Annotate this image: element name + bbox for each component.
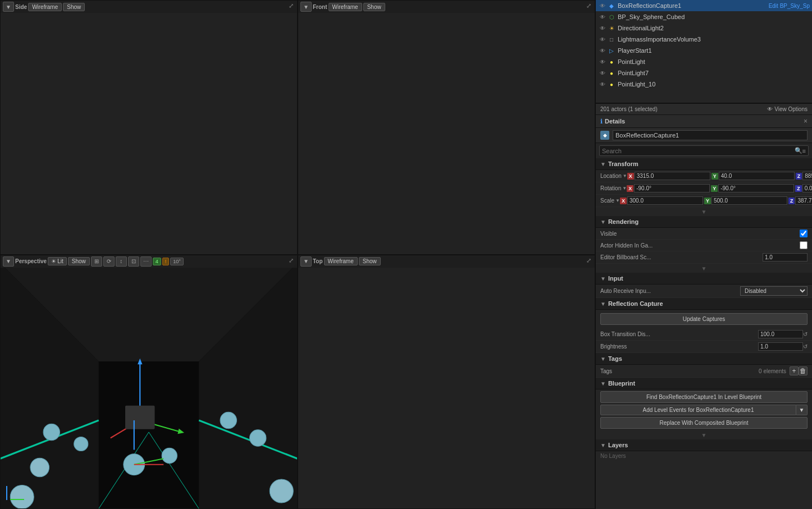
details-close-btn[interactable]: × [804,117,808,125]
replace-blueprint-btn[interactable]: Replace With Composited Blueprint [600,417,808,429]
side-max-icon[interactable]: ⤢ [289,2,294,9]
actor-hidden-checkbox[interactable] [800,241,808,249]
persp-max-icon[interactable]: ⤢ [289,257,294,264]
outliner-item-pointlight[interactable]: 👁 ● PointLight [596,56,812,67]
front-max-icon[interactable]: ⤢ [586,2,591,9]
side-viewport-toggle[interactable]: ▼ [3,2,14,12]
eye-icon-6[interactable]: 👁 [598,68,607,77]
editor-billboard-input[interactable] [763,253,808,262]
persp-layout-btn[interactable]: ⊡ [128,256,139,267]
auto-receive-select[interactable]: Disabled [740,286,808,296]
top-wireframe-btn[interactable]: Wireframe [324,257,358,265]
persp-snap2-btn[interactable]: ↕ [116,256,127,267]
persp-show-btn[interactable]: Show [68,257,90,265]
eye-icon-3[interactable]: 👁 [598,35,607,44]
view-options-btn[interactable]: 👁 View Options [767,106,808,112]
persp-lit-btn[interactable]: ☀ Lit [48,257,67,265]
location-y-label: Y [711,173,718,180]
viewport-perspective[interactable]: ▼ Perspective ☀ Lit Show ⊞ ⟳ ↕ ⊡ ⋯ 4 ! 1… [0,255,298,510]
rotation-x-input[interactable] [634,184,710,192]
box-transition-reset[interactable]: ↺ [803,331,808,337]
side-label: Side [15,4,27,10]
side-minimize[interactable]: ⤢ [289,2,294,10]
front-minimize[interactable]: ⤢ [586,2,591,10]
auto-receive-row: Auto Receive Inpu... Disabled [596,285,812,298]
layers-section-header[interactable]: ▼ Layers [596,439,812,451]
eye-icon-8[interactable]: 👁 [598,91,607,91]
outliner-item-pointlight10[interactable]: 👁 ● PointLight_10 [596,79,812,90]
side-wireframe-btn[interactable]: Wireframe [28,3,62,11]
side-show-btn[interactable]: Show [63,3,85,11]
outliner-item-directional[interactable]: 👁 ☀ DirectionalLight2 [596,22,812,34]
layers-arrow: ▼ [600,442,606,448]
scale-z-input[interactable] [795,196,812,205]
rendering-section-header[interactable]: ▼ Rendering [596,216,812,228]
actor-hidden-row: Actor Hidden In Ga... [596,240,812,251]
location-dropdown[interactable]: Location ▼ [600,173,627,179]
front-show-btn[interactable]: Show [363,3,385,11]
scale-dropdown[interactable]: Scale ▼ [600,198,620,204]
outliner-item-skysphere[interactable]: 👁 ⬡ BP_Sky_Sphere_Cubed [596,11,812,22]
visible-checkbox[interactable] [800,230,808,237]
input-section-header[interactable]: ▼ Input [596,273,812,285]
tags-title: Tags [608,355,622,362]
svg-point-15 [43,424,60,440]
edit-link-0[interactable]: Edit BP_Sky_Sp [769,3,810,9]
persp-cam-btn[interactable]: ⋯ [140,256,152,267]
eye-icon-5[interactable]: 👁 [598,57,607,66]
svg-rect-14 [125,405,155,429]
location-y-input[interactable] [719,172,795,180]
reflection-arrow: ▼ [600,301,606,307]
brightness-input[interactable] [758,342,803,351]
eye-icon-2[interactable]: 👁 [598,24,607,33]
front-wireframe-btn[interactable]: Wireframe [329,3,362,11]
box-transition-input[interactable] [758,330,803,338]
top-max-icon[interactable]: ⤢ [586,257,591,264]
svg-point-16 [74,437,88,451]
search-input[interactable] [602,148,795,154]
persp-minimize[interactable]: ⤢ [289,257,294,264]
top-minimize[interactable]: ⤢ [586,257,591,264]
scale-y-field: Y [704,196,787,205]
outliner-item-lightmass[interactable]: 👁 □ LightmassImportanceVolume3 [596,34,812,45]
outliner-item-pointlight11[interactable]: 👁 ● PointLight_11 [596,90,812,91]
rotation-dropdown[interactable]: Rotation ▼ [600,185,627,191]
eye-icon-1[interactable]: 👁 [598,12,607,21]
persp-canvas [1,255,297,509]
persp-grid-btn[interactable]: ⊞ [91,256,102,267]
top-show-btn[interactable]: Show [359,257,381,265]
location-z-input[interactable] [802,172,812,180]
outliner-item-pointlight7[interactable]: 👁 ● PointLight7 [596,67,812,79]
top-viewport-toggle[interactable]: ▼ [300,256,312,267]
location-x-input[interactable] [635,172,710,180]
eye-icon-4[interactable]: 👁 [598,46,607,55]
viewport-front[interactable]: ▼ Front Wireframe Show ⤢ [298,0,595,255]
component-name-input[interactable] [613,130,808,140]
transform-section-header[interactable]: ▼ Transform [596,158,812,170]
rotation-y-input[interactable] [718,184,794,192]
rendering-content: Visible Actor Hidden In Ga... Editor Bil… [596,228,812,273]
viewport-top[interactable]: ▼ Top Wireframe Show ⤢ [298,255,595,510]
eye-icon-0[interactable]: 👁 [598,1,607,10]
actor-icon-0: ◆ [607,1,616,10]
scale-y-input[interactable] [711,196,787,205]
blueprint-section-header[interactable]: ▼ Blueprint [596,378,812,389]
find-blueprint-btn[interactable]: Find BoxReflectionCapture1 In Level Blue… [600,391,808,403]
outliner-item-playerstart[interactable]: 👁 ▷ PlayerStart1 [596,45,812,56]
rotation-z-input[interactable] [802,184,812,192]
add-events-btn[interactable]: Add Level Events for BoxReflectionCaptur… [600,405,796,415]
persp-viewport-toggle[interactable]: ▼ [3,256,14,267]
front-viewport-toggle[interactable]: ▼ [300,2,312,12]
brightness-reset[interactable]: ↺ [803,343,808,350]
outliner-item-boxreflection[interactable]: 👁 ◆ BoxReflectionCapture1 Edit BP_Sky_Sp [596,0,812,11]
scale-x-input[interactable] [627,196,703,205]
eye-icon-7[interactable]: 👁 [598,80,607,89]
persp-snap-btn[interactable]: ⟳ [103,256,115,267]
tag-add-btn[interactable]: + [790,366,799,375]
add-events-dropdown-btn[interactable]: ▼ [796,405,808,415]
tag-del-btn[interactable]: 🗑 [799,366,808,375]
tags-section-header[interactable]: ▼ Tags [596,353,812,365]
update-captures-btn[interactable]: Update Captures [600,313,808,325]
reflection-section-header[interactable]: ▼ Reflection Capture [596,298,812,310]
viewport-side[interactable]: ▼ Side Wireframe Show ⤢ [0,0,298,255]
